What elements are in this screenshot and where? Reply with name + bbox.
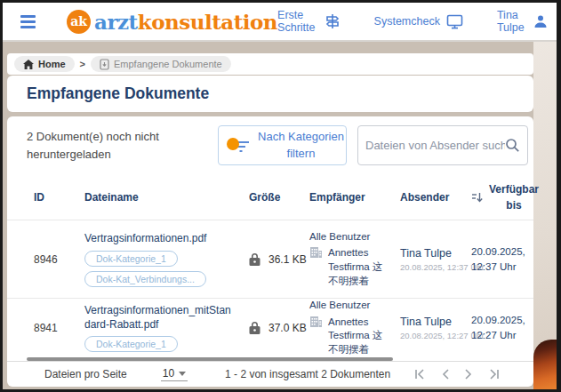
menu-icon[interactable] — [20, 15, 36, 28]
table-header-row: ID Dateiname Größe Empfänger Absender Ve… — [7, 175, 533, 220]
breadcrumb-current-label: Empfangene Dokumente — [114, 59, 222, 69]
breadcrumb-home[interactable]: Home — [14, 56, 75, 72]
table-footer: Dateien pro Seite 10 1 - 2 von insgesamt… — [7, 361, 533, 387]
col-header-verfuegbar-bis: Verfügbar bis — [488, 181, 540, 213]
cell-id: 8941 — [34, 322, 84, 334]
size-text: 36.1 KB — [268, 253, 307, 266]
chevron-down-icon — [179, 372, 186, 376]
documents-toolbar: 2 Dokument(e) noch nicht heruntergeladen… — [7, 116, 533, 175]
person-icon — [533, 14, 548, 28]
cell-size: 37.0 KB — [249, 321, 309, 335]
cell-filename: Vertragsinformationen_mitStandard-Rabatt… — [84, 303, 249, 352]
building-icon — [309, 246, 323, 259]
nav-user-account[interactable]: Tina Tulpe — [497, 9, 548, 34]
col-header-empfaenger: Empfänger — [309, 191, 400, 204]
background-photo-corner — [533, 340, 557, 389]
first-page-button[interactable] — [414, 369, 427, 380]
table-row[interactable]: 8941 Vertragsinformationen_mitStandard-R… — [7, 298, 533, 353]
header-nav: Erste Schritte Systemcheck Tina Tulpe — [277, 9, 548, 34]
category-chip: Dok-Kat_Verbindungs... — [84, 271, 206, 287]
cell-recipient: Alle Benutzer Annettes Testfirma 这不明摆着 — [309, 299, 400, 356]
breadcrumb-current[interactable]: Empfangene Dokumente — [91, 56, 231, 72]
col-header-groesse: Größe — [249, 191, 309, 204]
search-input[interactable] — [365, 139, 505, 152]
nav-systemcheck[interactable]: Systemcheck — [374, 14, 463, 29]
title-card: Empfangene Dokumente — [7, 76, 533, 112]
breadcrumb: Home > Empfangene Dokumente — [7, 53, 533, 75]
pagination-range-text: 1 - 2 von insgesamt 2 Dokumenten — [225, 368, 390, 380]
pending-downloads-status: 2 Dokument(e) noch nicht heruntergeladen — [27, 128, 213, 164]
user-name-label: Tina Tulpe — [497, 9, 527, 34]
cell-filename: Vertragsinformationen.pdf Dok-Kategorie_… — [84, 231, 249, 286]
building-icon — [309, 316, 323, 328]
lock-icon — [249, 321, 260, 335]
recipient-primary: Alle Benutzer — [309, 230, 400, 244]
per-page-value: 10 — [163, 367, 174, 380]
filter-button-label: Nach Kategorien filtern — [257, 129, 346, 161]
brand-logo[interactable]: ak arztkonsultation — [67, 10, 277, 34]
recipient-secondary: Annettes Testfirma 这不明摆着 — [328, 246, 385, 288]
per-page-select[interactable]: 10 — [161, 367, 188, 381]
app-header: ak arztkonsultation Erste Schritte Syste… — [3, 3, 557, 42]
sender-name: Tina Tulpe — [400, 316, 471, 328]
previous-page-button[interactable] — [441, 369, 450, 380]
filter-by-categories-button[interactable]: Nach Kategorien filtern — [218, 125, 347, 165]
document-icon — [100, 59, 109, 70]
next-page-button[interactable] — [464, 369, 473, 380]
brand-circle-icon: ak — [67, 10, 91, 34]
filter-active-badge — [227, 138, 239, 150]
sort-icon[interactable] — [471, 191, 484, 204]
cell-id: 8946 — [34, 253, 84, 266]
col-header-dateiname: Dateiname — [84, 191, 249, 204]
cell-available-until: 20.09.2025, 12:27 Uhr — [471, 313, 535, 341]
cell-recipient: Alle Benutzer Annettes Testfirma 这不明摆着 — [309, 230, 400, 288]
size-text: 37.0 KB — [268, 322, 307, 334]
col-header-absender: Absender — [400, 191, 471, 204]
nav-systemcheck-label: Systemcheck — [374, 15, 440, 28]
table-row[interactable]: 8946 Vertragsinformationen.pdf Dok-Kateg… — [7, 220, 533, 298]
recipient-primary: Alle Benutzer — [309, 299, 400, 313]
lock-icon — [249, 252, 260, 267]
recipient-secondary: Annettes Testfirma 这不明摆着 — [328, 316, 385, 357]
brand-wordmark: arztkonsultation — [94, 10, 277, 34]
cell-size: 36.1 KB — [249, 252, 309, 267]
cell-available-until: 20.09.2025, 12:37 Uhr — [471, 244, 535, 273]
screenshot-frame: ak arztkonsultation Erste Schritte Syste… — [0, 0, 561, 392]
sender-name: Tina Tulpe — [400, 247, 471, 260]
home-icon — [23, 60, 34, 69]
category-chip: Dok-Kategorie_1 — [84, 251, 178, 267]
sender-date: 20.08.2025, 12:37 Uhr — [400, 262, 471, 272]
documents-card: 2 Dokument(e) noch nicht heruntergeladen… — [7, 116, 533, 387]
page-title: Empfangene Dokumente — [27, 84, 209, 103]
last-page-button[interactable] — [487, 369, 500, 380]
search-icon[interactable] — [505, 138, 520, 153]
per-page-label: Dateien pro Seite — [44, 368, 127, 380]
breadcrumb-separator: > — [80, 59, 85, 69]
app-viewport: ak arztkonsultation Erste Schritte Syste… — [3, 3, 557, 389]
col-header-id: ID — [34, 191, 84, 204]
filename-text: Vertragsinformationen_mitStandard-Rabatt… — [84, 303, 236, 332]
pagination-controls — [414, 369, 500, 380]
nav-erste-schritte-label: Erste Schritte — [277, 9, 318, 34]
filename-text: Vertragsinformationen.pdf — [84, 231, 206, 245]
search-box — [357, 125, 528, 165]
cell-sender: Tina Tulpe 20.08.2025, 12:37 Uhr — [400, 247, 471, 272]
cell-sender: Tina Tulpe 20.08.2025, 12:27 Uhr — [400, 316, 471, 340]
nav-erste-schritte[interactable]: Erste Schritte — [277, 9, 341, 34]
category-chip: Dok-Kategorie_1 — [84, 336, 178, 352]
breadcrumb-home-label: Home — [38, 59, 66, 69]
sender-date: 20.08.2025, 12:27 Uhr — [400, 331, 471, 340]
signpost-icon — [325, 13, 341, 29]
monitor-icon — [446, 14, 463, 29]
